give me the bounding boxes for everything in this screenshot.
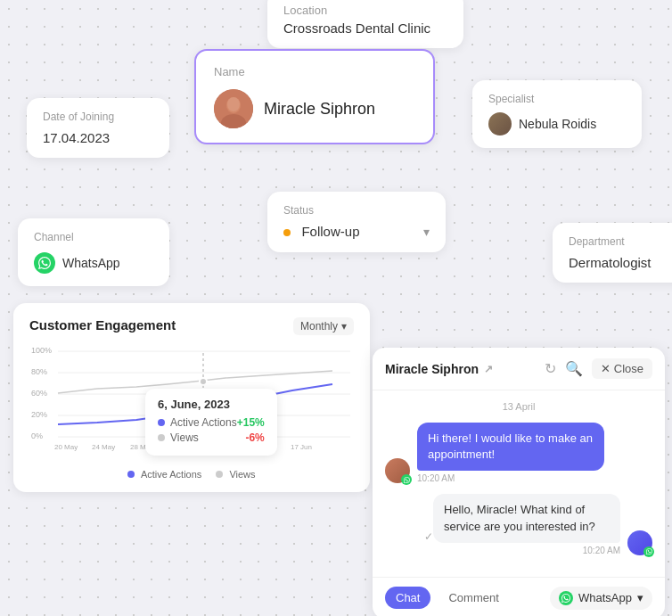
legend-views-dot [216,471,223,478]
svg-point-16 [200,378,207,385]
department-label: Department [569,235,672,248]
status-card[interactable]: Status Follow-up ▾ [267,192,446,252]
read-receipt-icon: ✓ [424,530,433,543]
whatsapp-badge [401,474,412,485]
chart-title: Customer Engagement [29,317,176,333]
whatsapp-icon [34,252,55,274]
message-row: ✓ Hello, Miracle! What kind of service a… [385,494,652,554]
svg-text:0%: 0% [31,431,43,440]
name-content: Miracle Siphron [214,89,415,128]
chat-footer: Chat Comment WhatsApp ▾ [373,577,665,616]
views-dot [158,434,165,441]
location-card: Location Crossroads Dental Clinic [267,0,463,48]
message-time: 10:20 AM [583,546,620,555]
channel-selector[interactable]: WhatsApp ▾ [550,587,652,610]
chart-card: Customer Engagement Monthly ▾ 6, June, 2… [13,303,370,492]
external-link-icon[interactable]: ↗ [484,363,493,375]
svg-text:20 May: 20 May [54,443,78,451]
avatar [385,458,410,483]
message-meta: Hello, Miracle! What kind of service are… [433,494,620,554]
channel-label: Channel [34,231,153,243]
svg-text:60%: 60% [31,389,47,398]
channel-card: Channel WhatsApp [18,218,169,286]
chat-panel: Miracle Siphron ↗ ↻ 🔍 ✕ Close 13 April [373,348,665,616]
whatsapp-badge [643,546,654,557]
svg-text:24 May: 24 May [92,443,115,451]
chart-header: Customer Engagement Monthly ▾ [29,317,354,335]
message-bubble: Hi there! I would like to make an appoin… [417,423,604,471]
refresh-icon[interactable]: ↻ [545,360,556,377]
specialist-content: Nebula Roidis [488,112,626,136]
chart-period-selector[interactable]: Monthly ▾ [293,317,354,335]
location-label: Location [283,4,447,17]
channel-content: WhatsApp [34,252,153,274]
chat-header: Miracle Siphron ↗ ↻ 🔍 ✕ Close [373,348,665,390]
department-card: Department Dermatologist [553,223,672,283]
avatar [214,89,253,128]
svg-point-3 [227,97,240,111]
chart-legend: Active Actions Views [29,469,354,480]
tooltip-views-row: Views -6% [158,431,265,444]
specialist-label: Specialist [488,93,626,105]
svg-text:80%: 80% [31,367,47,376]
patient-name: Miracle Siphron [264,100,375,119]
tab-comment[interactable]: Comment [438,587,509,609]
department-value: Dermatologist [569,255,672,270]
svg-text:20%: 20% [31,410,47,419]
close-icon: ✕ [601,362,611,375]
footer-channel-label: WhatsApp [578,591,632,604]
specialist-avatar [488,112,512,136]
close-button[interactable]: ✕ Close [592,358,652,379]
status-dot [283,229,291,236]
active-dot [158,419,165,426]
legend-active-dot [127,471,135,478]
chart-area: 6, June, 2023 Active Actions +15% Views … [29,344,354,464]
agent-avatar [627,530,652,555]
channel-name: WhatsApp [62,256,120,270]
tooltip-date: 6, June, 2023 [158,398,265,411]
legend-active: Active Actions [127,469,201,480]
chevron-down-icon: ▾ [637,591,643,604]
chat-body: 13 April Hi there! I would like to make … [373,390,665,577]
chevron-down-icon: ▾ [423,225,430,239]
specialist-name: Nebula Roidis [519,117,596,131]
date-label: Date of Joining [43,111,153,123]
chat-user-name: Miracle Siphron ↗ [385,362,493,376]
tooltip-active-row: Active Actions +15% [158,416,265,429]
svg-text:100%: 100% [31,346,52,355]
name-card: Name Miracle Siphron [194,49,435,144]
message-time: 10:20 AM [417,473,604,483]
search-icon[interactable]: 🔍 [565,360,583,377]
name-label: Name [214,65,415,78]
chat-date-divider: 13 April [385,401,652,412]
date-value: 17.04.2023 [43,130,153,145]
message-meta: Hi there! I would like to make an appoin… [417,423,604,483]
status-value: Follow-up [301,224,359,239]
svg-text:17 Jun: 17 Jun [291,443,312,451]
location-value: Crossroads Dental Clinic [283,21,447,36]
message-row: Hi there! I would like to make an appoin… [385,423,652,483]
message-bubble: Hello, Miracle! What kind of service are… [433,494,620,542]
date-card: Date of Joining 17.04.2023 [27,98,169,158]
tab-chat[interactable]: Chat [385,587,430,609]
legend-views: Views [216,469,255,480]
status-content: Follow-up ▾ [283,224,430,240]
specialist-card: Specialist Nebula Roidis [472,80,642,148]
whatsapp-footer-icon [559,591,573,605]
chat-header-actions: ↻ 🔍 ✕ Close [545,358,652,379]
status-label: Status [283,204,430,217]
chart-tooltip: 6, June, 2023 Active Actions +15% Views … [145,389,277,456]
chevron-down-icon: ▾ [341,320,347,333]
